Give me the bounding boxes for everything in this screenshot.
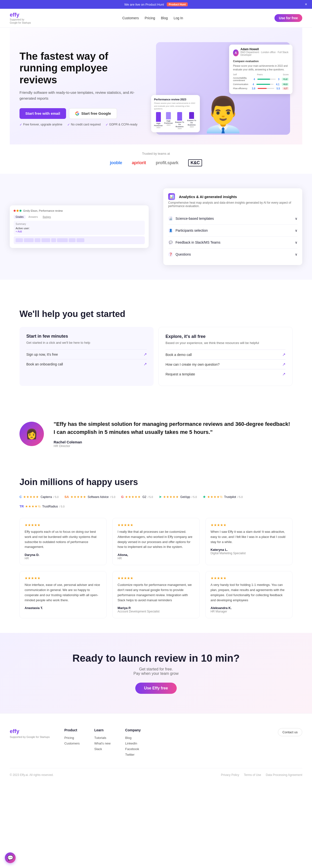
rating-trustradius: TR ★★★★½ TrustRadius / 5.0 [20, 504, 65, 508]
gs-card-explore: Explore, it's all free Based on your exp… [159, 327, 292, 386]
arrow-icon-template: ↗ [282, 372, 285, 376]
footer-customers-link[interactable]: Customers [64, 742, 80, 745]
hero-left: The fastest way of running employee revi… [20, 51, 146, 126]
chevron-down-icon: ∨ [295, 241, 297, 244]
ph-badge: Product Hunt [167, 2, 188, 6]
nav-pricing[interactable]: Pricing [145, 16, 155, 20]
nav-login[interactable]: Log In [174, 16, 183, 20]
rating-g2: G ★★★★★ G2 / 5.0 [121, 495, 153, 499]
check-icon-3: ✓ [106, 123, 108, 126]
accordion-questions[interactable]: ❓ Questions ∨ [168, 248, 297, 260]
reviewer-name-5: Aleksandra K. [210, 606, 287, 610]
footer-company: Company Blog LinkedIn Facebook Twitter [125, 728, 141, 758]
footer-blog-link[interactable]: Blog [125, 736, 141, 740]
arrow-icon-demo: ↗ [282, 352, 285, 357]
review-stars-0: ★★★★★ [25, 523, 102, 527]
review-card-0: ★★★★★ Effy supports each of us to focus … [20, 518, 107, 565]
gs-card1-title: Start in few minutes [26, 334, 147, 339]
use-free-button[interactable]: Use for free [275, 14, 302, 22]
gs-link-question[interactable]: How can I create my own question? ↗ [166, 359, 285, 369]
chevron-down-icon: ∨ [295, 228, 297, 232]
footer-whats-new-link[interactable]: What's new [94, 742, 111, 745]
cta-section: Ready to launch review in 10 min? Get st… [0, 633, 312, 713]
rating-row-2: Communication 4 4.1 +0.3 [233, 83, 289, 86]
hero-feature-2: ✓ No credit card required [67, 123, 101, 126]
footer-facebook-link[interactable]: Facebook [125, 747, 141, 751]
reviewer-name-2: Kateryna L. [210, 548, 287, 552]
arrow-icon-signup: ↗ [144, 352, 147, 356]
review-stars-4: ★★★★★ [117, 576, 194, 580]
hero-title: The fastest way of running employee revi… [20, 51, 146, 86]
gs-card2-desc: Based on your experience, we think these… [166, 341, 285, 345]
cta-button[interactable]: Use Effy free [135, 683, 177, 694]
privacy-policy-link[interactable]: Privacy Policy [221, 773, 239, 777]
social-proof-heading: Join millions of happy users [20, 477, 292, 487]
nav-customers[interactable]: Customers [122, 16, 139, 20]
rating-trustpilot: ★ ★★★★½ Trustpilot / 5.0 [203, 495, 243, 499]
close-banner-button[interactable]: × [305, 2, 307, 7]
review-text-3: Nice interface, ease of use, personal ad… [25, 583, 102, 603]
logo-profitspark: profit.spark [156, 160, 178, 165]
logo-kc: K&C [188, 159, 202, 166]
accordion-templates[interactable]: 🔬 Science-based templates ∨ [168, 213, 297, 225]
reviewer-role-5: HR Manager [210, 610, 287, 613]
footer-brand: effy Supported by Google for Startups [10, 728, 50, 758]
logo-apriorit: apriorit [132, 160, 146, 165]
cta-subtext: Get started for free. Pay when your team… [10, 667, 302, 676]
terms-link[interactable]: Terms of Use [244, 773, 261, 777]
feature-mock-ui: Emily Elson, Performance review Grades A… [10, 205, 149, 248]
start-google-button[interactable]: Start free Google [69, 108, 117, 119]
footer: effy Supported by Google for Startups Pr… [0, 713, 312, 784]
gs-card-start: Start in few minutes Get started in a cl… [20, 327, 153, 386]
promo-banner: We are live on Product Hunt Product Hunt… [0, 0, 312, 9]
footer-tutorials-link[interactable]: Tutorials [94, 736, 111, 740]
hero-section: The fastest way of running employee revi… [10, 28, 302, 145]
hero-subtitle: Friendly software with ready-to-use temp… [20, 90, 146, 101]
review-text-4: Customize reports for performance manage… [117, 583, 194, 603]
navbar-logo: effy Supported byGoogle for Startups [10, 12, 31, 24]
accordion-feedback[interactable]: 💬 Feedback in Slack/MS Teams ∨ [168, 237, 297, 248]
reviewer-name-1: Aliona, [117, 553, 194, 557]
rating-row-3: Flow efficiency 3.8 5.5 -1.7 [233, 87, 289, 90]
review-text-5: A very handy tool for holding 1-1 meetin… [210, 583, 287, 603]
footer-learn: Learn Tutorials What's new Slack [94, 728, 111, 758]
cta-heading: Ready to launch review in 10 min? [10, 652, 302, 664]
tab-badges[interactable]: Badges [41, 215, 53, 219]
testimonial-section: 👩 "Effy has the simplest solution for ma… [10, 405, 302, 462]
gs-link-template[interactable]: Request a template ↗ [166, 369, 285, 379]
start-email-button[interactable]: Start free with email [20, 108, 66, 119]
logo-jooble: jooble [110, 160, 122, 165]
banner-text: We are live on Product Hunt [124, 3, 164, 6]
footer-linkedin-link[interactable]: LinkedIn [125, 742, 141, 745]
navbar-links: Customers Pricing Blog Log In [122, 16, 183, 20]
check-icon-2: ✓ [67, 123, 70, 126]
hero-feature-1: ✓ Free forever, upgrade anytime [20, 123, 62, 126]
tab-grades[interactable]: Grades [13, 215, 26, 219]
footer-pricing-link[interactable]: Pricing [64, 736, 80, 740]
gs-link-demo[interactable]: Book a demo call ↗ [166, 349, 285, 359]
footer-twitter-link[interactable]: Twitter [125, 753, 141, 756]
rating-platforms-row: C ★★★★★ Capterra / 5.0 SA ★★★★★ Software… [20, 495, 292, 508]
data-processing-link[interactable]: Data Processing Agreement [266, 773, 302, 777]
feature-analytics: 📊 Analytics & AI generated insights Comp… [163, 188, 302, 265]
gs-link-signup[interactable]: Sign up now, It's free ↗ [26, 349, 147, 359]
testimonial-content: "Effy has the simplest solution for mana… [54, 420, 292, 448]
reviewer-name-3: Anastasia T. [25, 606, 102, 610]
review-card-3: ★★★★★ Nice interface, ease of use, perso… [20, 571, 107, 618]
reviewer-role-1: HR [117, 557, 194, 560]
footer-slack-link[interactable]: Slack [94, 747, 111, 751]
rating-capterra: C ★★★★★ Capterra / 5.0 [20, 495, 58, 499]
footer-contact: Contact us [278, 728, 302, 758]
contact-us-button[interactable]: Contact us [278, 728, 302, 736]
compare-evaluation-card: A Adam Howell R&D Department · London of… [229, 44, 292, 94]
chevron-down-icon: ∨ [295, 217, 297, 220]
tab-answers[interactable]: Answers [27, 215, 40, 219]
gs-link-onboarding[interactable]: Book an onboarding call ↗ [26, 359, 147, 369]
testimonial-avatar: 👩 [20, 422, 44, 446]
gs-card2-title: Explore, it's all free [166, 334, 285, 339]
review-text-1: I really like that all processes can be … [117, 529, 194, 550]
reviewer-role-4: Account Development Specialist [117, 610, 194, 613]
hero-feature-3: ✓ GDPR & CCPA-ready [106, 123, 138, 126]
nav-blog[interactable]: Blog [161, 16, 168, 20]
accordion-participants[interactable]: 👤 Participants selection ∨ [168, 225, 297, 237]
